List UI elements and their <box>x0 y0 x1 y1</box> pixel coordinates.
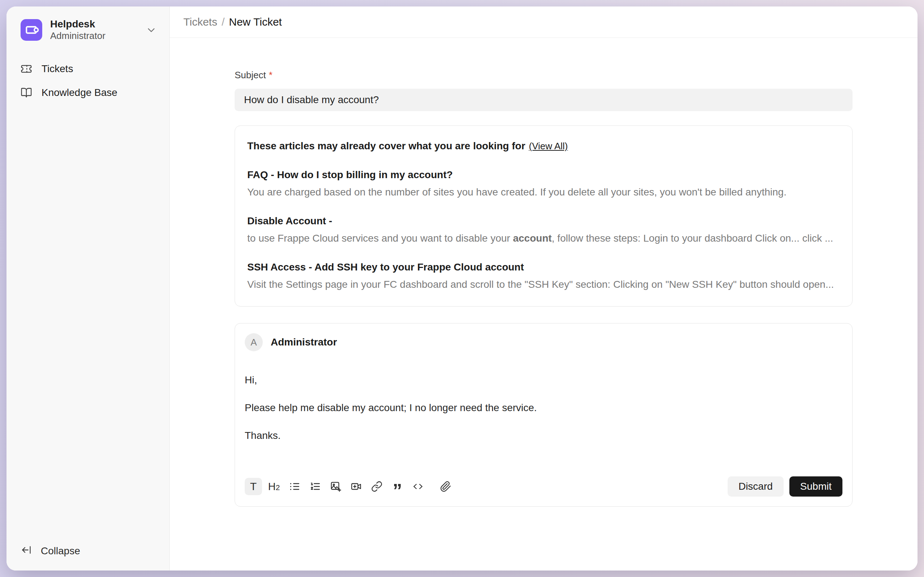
composer-actions: Discard Submit <box>728 476 842 496</box>
current-user: Administrator <box>50 30 137 42</box>
video-plus-icon <box>351 481 362 492</box>
sidebar-nav: Tickets Knowledge Base <box>6 59 169 103</box>
ordered-list-icon <box>309 481 321 492</box>
sidebar-item-label: Knowledge Base <box>42 87 117 98</box>
chevron-down-icon <box>145 24 157 36</box>
sidebar-item-label: Tickets <box>42 63 73 75</box>
message-paragraph: Hi, <box>245 373 842 387</box>
blockquote-button[interactable]: ” <box>389 478 406 495</box>
image-plus-icon <box>330 481 341 492</box>
subject-field-group: Subject* <box>234 69 853 111</box>
content-area: Subject* These articles may already cove… <box>170 38 918 571</box>
link-icon <box>371 481 383 492</box>
brand-text: Helpdesk Administrator <box>50 18 137 42</box>
code-button[interactable] <box>409 478 426 495</box>
ticket-composer: A Administrator Hi, Please help me disab… <box>234 323 853 507</box>
bullet-list-button[interactable] <box>286 478 303 495</box>
article-item[interactable]: FAQ - How do I stop billing in my accoun… <box>247 168 840 199</box>
view-all-link[interactable]: (View All) <box>529 141 568 152</box>
attach-file-button[interactable] <box>437 478 454 495</box>
message-editor[interactable]: Hi, Please help me disable my account; I… <box>245 373 842 456</box>
article-description: Visit the Settings page in your FC dashb… <box>247 278 840 291</box>
insert-image-button[interactable] <box>327 478 344 495</box>
main-panel: Tickets / New Ticket Subject* These arti… <box>170 6 918 571</box>
workspace-switcher[interactable]: Helpdesk Administrator <box>21 18 157 42</box>
message-paragraph: Please help me disable my account; I no … <box>245 401 842 415</box>
required-asterisk: * <box>269 69 273 81</box>
paperclip-icon <box>440 481 452 492</box>
text-style-icon: T <box>250 481 257 492</box>
article-description: You are charged based on the number of s… <box>247 186 840 199</box>
message-paragraph: Thanks. <box>245 429 842 443</box>
bullet-list-icon <box>289 481 300 492</box>
app-title: Helpdesk <box>50 18 137 30</box>
suggested-articles-card: These articles may already cover what yo… <box>234 126 853 306</box>
discard-button[interactable]: Discard <box>728 476 783 496</box>
app-window: Helpdesk Administrator Tickets <box>6 6 918 571</box>
suggestions-title: These articles may already cover what yo… <box>247 140 525 153</box>
text-style-button[interactable]: T <box>245 478 262 495</box>
submit-button[interactable]: Submit <box>789 476 842 496</box>
collapse-sidebar-button[interactable]: Collapse <box>6 541 169 561</box>
subject-input[interactable] <box>234 89 853 111</box>
breadcrumb: Tickets / New Ticket <box>183 16 282 28</box>
avatar: A <box>245 333 263 351</box>
sidebar-item-tickets[interactable]: Tickets <box>6 59 163 79</box>
article-item[interactable]: SSH Access - Add SSH key to your Frappe … <box>247 261 840 291</box>
subject-label: Subject* <box>234 69 853 81</box>
insert-link-button[interactable] <box>368 478 386 495</box>
heading-2-button[interactable]: H2 <box>265 478 283 495</box>
arrow-left-to-line-icon <box>21 544 32 558</box>
sidebar: Helpdesk Administrator Tickets <box>6 6 170 571</box>
breadcrumb-separator: / <box>221 16 225 28</box>
composer-footer: T H2 <box>245 476 842 496</box>
ordered-list-button[interactable] <box>307 478 324 495</box>
composer-header: A Administrator <box>245 333 842 351</box>
sidebar-spacer <box>6 103 169 541</box>
article-title: SSH Access - Add SSH key to your Frappe … <box>247 261 840 274</box>
ticket-icon <box>21 63 32 75</box>
collapse-label: Collapse <box>41 545 80 557</box>
article-title: FAQ - How do I stop billing in my accoun… <box>247 168 840 181</box>
sidebar-item-knowledge-base[interactable]: Knowledge Base <box>6 82 163 103</box>
insert-video-button[interactable] <box>347 478 365 495</box>
article-title: Disable Account - <box>247 214 840 227</box>
page-title: New Ticket <box>229 16 282 28</box>
editor-toolbar: T H2 <box>245 478 454 495</box>
article-description: to use Frappe Cloud services and you wan… <box>247 232 840 245</box>
quote-icon: ” <box>393 481 402 500</box>
book-open-icon <box>21 87 32 98</box>
code-icon <box>412 481 424 492</box>
helpdesk-logo-icon <box>21 19 42 41</box>
composer-author: Administrator <box>271 337 337 348</box>
page-header: Tickets / New Ticket <box>170 6 918 38</box>
article-item[interactable]: Disable Account - to use Frappe Cloud se… <box>247 214 840 245</box>
breadcrumb-tickets-link[interactable]: Tickets <box>183 16 217 28</box>
heading-2-icon: H2 <box>268 482 280 492</box>
